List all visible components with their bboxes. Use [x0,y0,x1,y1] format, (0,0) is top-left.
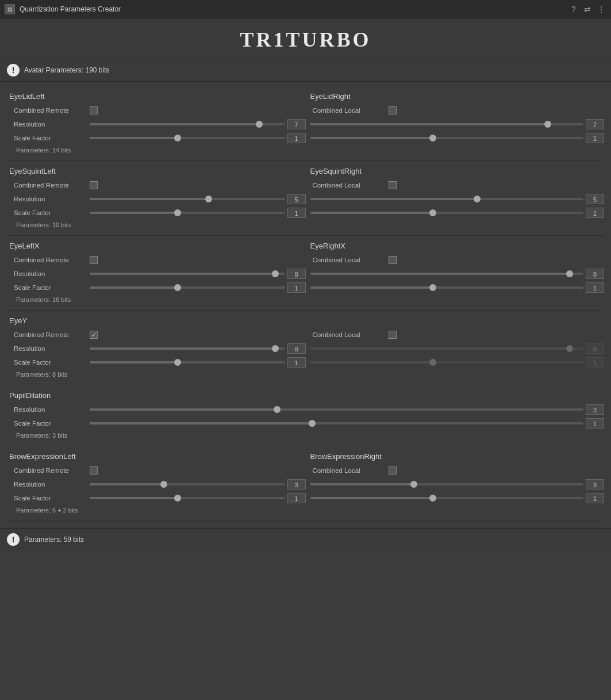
scalefactor-value-eyesquint-right: 1 [586,208,604,218]
resolution-slider-eyesquint-right[interactable] [310,198,584,200]
resolution-slider-eyeleftx-right[interactable] [310,273,584,275]
scalefactor-slider-browexpression-right[interactable] [310,497,584,499]
scalefactor-row-browexpression: Scale Factor 1 1 [7,492,604,504]
title-bar: ▤ Quantization Parameters Creator ? ⇄ ⋮ [0,0,611,18]
scalefactor-slider-browexpression-left[interactable] [90,497,285,499]
top-status-bar: ! Avatar Parameters: 190 bits [0,59,611,82]
section-title-eyeleftx-right: EyeRightX [306,242,605,250]
section-title-eyey: EyeY [7,316,306,325]
combined-remote-checkbox-eyelid[interactable] [87,106,100,114]
combined-local-checkbox-eyey[interactable] [386,331,399,339]
resolution-value-eyeleftx-right: 8 [586,269,604,279]
scalefactor-row-eyey: Scale Factor 1 1 [7,356,604,369]
scalefactor-row-pupildilation: Scale Factor 1 [7,417,604,430]
section-title-eyelid-right: EyeLidRight [306,92,605,101]
section-pupildilation-header: PupilDilation [7,391,604,400]
title-bar-title: Quantization Parameters Creator [20,5,121,13]
scalefactor-slider-eyesquint-left[interactable] [90,212,285,214]
section-eyey: EyeY Combined Remote ✓ Combined Local [7,311,604,385]
scalefactor-value-pupildilation: 1 [586,418,604,429]
scalefactor-value-eyelid-right: 1 [586,133,604,143]
checkbox-remote-eyelid[interactable] [90,106,98,114]
params-bits-eyelid: Parameters: 14 bits [7,147,604,154]
resolution-slider-pupildilation[interactable] [90,408,583,411]
resolution-slider-eyesquint-left[interactable] [90,198,285,200]
checkbox-remote-eyeleftx[interactable] [90,256,98,264]
section-eyelid-header: EyeLidLeft EyeLidRight [7,92,604,101]
resolution-value-eyeleftx-left: 8 [287,269,306,279]
resolution-value-eyesquint-left: 5 [287,194,306,204]
combined-remote-label-browexpression: Combined Remote [7,467,87,474]
resolution-slider-eyey-left[interactable] [90,347,285,350]
section-eyeleftx-header: EyeLeftX EyeRightX [7,242,604,250]
combined-local-checkbox-browexpression[interactable] [386,466,399,475]
menu-button[interactable]: ⋮ [596,4,606,14]
scalefactor-slider-eyesquint-right[interactable] [310,212,584,214]
combined-local-checkbox-eyesquint[interactable] [386,181,399,189]
title-bar-icon: ▤ [5,4,15,14]
combined-row-browexpression: Combined Remote Combined Local [7,464,604,477]
scalefactor-slider-pupildilation[interactable] [90,422,583,424]
scalefactor-label-browexpression-left: Scale Factor [7,495,87,502]
checkbox-remote-eyesquint[interactable] [90,181,98,189]
checkbox-local-eyey[interactable] [389,331,397,339]
resolution-slider-eyeleftx-left[interactable] [90,273,285,275]
params-bits-pupildilation: Parameters: 3 bits [7,432,604,439]
checkbox-local-browexpression[interactable] [389,466,397,475]
resolution-label-eyelid-left: Resolution [7,121,87,128]
section-eyey-header: EyeY [7,316,604,325]
scalefactor-slider-eyeleftx-left[interactable] [90,286,285,289]
params-bits-eyeleftx: Parameters: 16 bits [7,296,604,303]
help-button[interactable]: ? [568,4,579,14]
checkmark-eyey-remote: ✓ [91,331,97,339]
combined-remote-checkbox-eyeleftx[interactable] [87,256,100,264]
combined-row-eyelid: Combined Remote Combined Local [7,104,604,117]
section-eyesquint-header: EyeSquintLeft EyeSquintRight [7,167,604,175]
resolution-slider-eyey-right [310,347,584,350]
resolution-label-eyeleftx-left: Resolution [7,270,87,277]
scalefactor-value-browexpression-right: 1 [586,493,604,503]
combined-local-checkbox-eyelid[interactable] [386,106,399,114]
combined-remote-checkbox-eyey[interactable]: ✓ [87,331,100,339]
checkbox-local-eyeleftx[interactable] [389,256,397,264]
checkbox-remote-eyey[interactable]: ✓ [90,331,98,339]
combined-remote-label-eyelid: Combined Remote [7,107,87,114]
scalefactor-row-eyeleftx: Scale Factor 1 1 [7,281,604,294]
resolution-value-eyesquint-right: 5 [586,194,604,204]
resolution-value-browexpression-right: 3 [586,479,604,489]
resolution-row-eyelid: Resolution 7 7 [7,118,604,131]
resolution-row-eyesquint: Resolution 5 5 [7,193,604,205]
scalefactor-value-eyey-left: 1 [287,357,306,368]
resolution-slider-eyelid-left[interactable] [90,123,285,125]
checkbox-local-eyesquint[interactable] [389,181,397,189]
resolution-slider-browexpression-right[interactable] [310,483,584,485]
scalefactor-row-eyesquint: Scale Factor 1 1 [7,206,604,219]
section-eyesquint: EyeSquintLeft EyeSquintRight Combined Re… [7,161,604,236]
combined-remote-checkbox-eyesquint[interactable] [87,181,100,189]
resolution-value-eyey-left: 8 [287,343,306,354]
checkbox-local-eyelid[interactable] [389,106,397,114]
top-status-label: Avatar Parameters: 190 bits [24,66,110,74]
expand-button[interactable]: ⇄ [582,4,593,14]
checkbox-remote-browexpression[interactable] [90,466,98,475]
resolution-value-browexpression-left: 3 [287,479,306,489]
resolution-slider-eyelid-right[interactable] [310,123,584,125]
resolution-slider-browexpression-left[interactable] [90,483,285,485]
scalefactor-slider-eyeleftx-right[interactable] [310,286,584,289]
scalefactor-slider-eyelid-left[interactable] [90,137,285,139]
combined-local-label-browexpression: Combined Local [306,467,386,474]
section-title-browexpression-right: BrowExpressionRight [306,452,605,461]
combined-local-checkbox-eyeleftx[interactable] [386,256,399,264]
scalefactor-value-eyelid-left: 1 [287,133,306,143]
resolution-row-eyey: Resolution 8 8 [7,342,604,355]
scalefactor-label-eyelid-left: Scale Factor [7,135,87,141]
resolution-label-pupildilation: Resolution [7,406,87,413]
combined-remote-checkbox-browexpression[interactable] [87,466,100,475]
section-eyeleftx: EyeLeftX EyeRightX Combined Remote Combi… [7,236,604,311]
resolution-row-pupildilation: Resolution 3 [7,403,604,416]
resolution-value-eyelid-left: 7 [287,119,306,129]
scalefactor-slider-eyey-right [310,361,584,364]
scalefactor-slider-eyelid-right[interactable] [310,137,584,139]
combined-remote-label-eyey: Combined Remote [7,331,87,338]
scalefactor-slider-eyey-left[interactable] [90,361,285,364]
